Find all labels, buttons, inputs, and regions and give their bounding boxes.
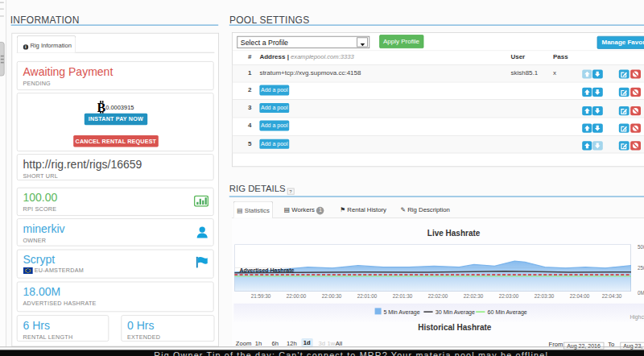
svg-text:B: B <box>97 101 105 114</box>
